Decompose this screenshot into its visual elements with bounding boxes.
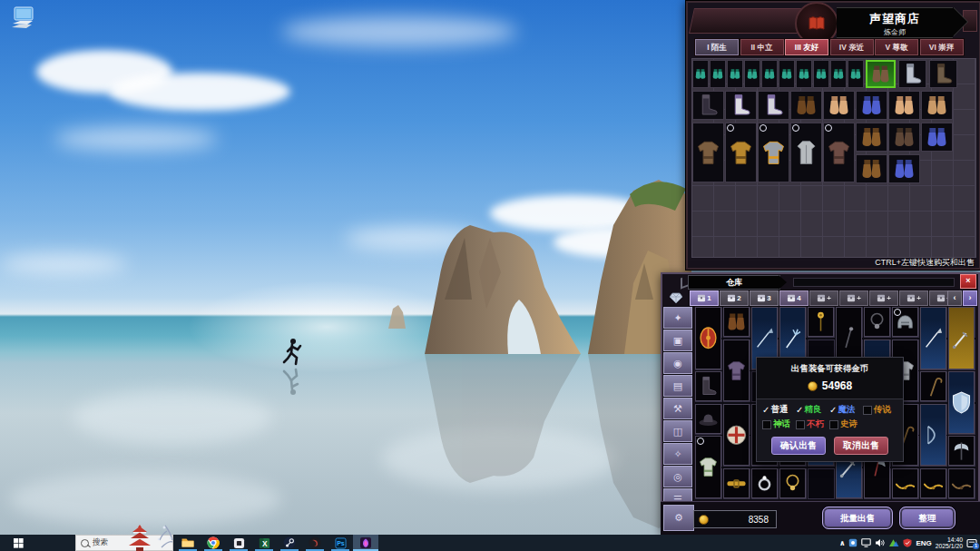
tray-volume-icon[interactable] — [875, 538, 885, 547]
shop-item-gloves[interactable] — [823, 91, 855, 120]
shop-item-boots[interactable] — [929, 60, 957, 88]
taskbar-app-gog-galaxy[interactable] — [226, 535, 251, 551]
warehouse-item-axe2[interactable] — [948, 436, 975, 466]
warehouse-tab-2[interactable]: 2 — [720, 290, 749, 306]
warehouse-item-boots[interactable] — [695, 371, 721, 401]
warehouse-item-bow[interactable] — [920, 404, 946, 467]
shop-item-armor[interactable] — [692, 123, 724, 182]
shop-item-armor[interactable] — [823, 123, 855, 182]
warehouse-tab-+[interactable]: + — [839, 290, 868, 306]
taskbar-app-photoshop[interactable]: Ps — [328, 535, 353, 551]
shop-item-gloves[interactable] — [744, 60, 760, 88]
shop-item-gloves[interactable] — [888, 123, 920, 152]
warehouse-item-gloves[interactable] — [723, 307, 750, 337]
filter-all-icon[interactable]: ✦ — [663, 307, 692, 329]
warehouse-item-necklace[interactable] — [920, 468, 946, 498]
search-input[interactable]: 搜索 — [75, 535, 173, 551]
settings-gear-icon[interactable]: ⚙ — [663, 505, 694, 531]
shop-tab-5[interactable]: V 尊敬 — [875, 39, 918, 55]
shop-tab-6[interactable]: VI 崇拜 — [920, 39, 964, 55]
tray-display-icon[interactable] — [861, 538, 871, 547]
warehouse-tab-4[interactable]: 4 — [779, 290, 808, 306]
rarity-option-checkbox[interactable]: 传说 — [863, 404, 897, 416]
batch-sell-button[interactable]: 批量出售 — [822, 507, 893, 529]
warehouse-item-shield_kite[interactable] — [948, 371, 975, 434]
shop-item-boots[interactable] — [898, 60, 926, 88]
warehouse-item-cane[interactable] — [920, 371, 946, 401]
shop-tab-3[interactable]: III 友好 — [785, 39, 828, 55]
warehouse-item-belt[interactable] — [723, 468, 750, 498]
language-indicator[interactable]: ENG — [916, 539, 931, 547]
shop-item-gloves[interactable] — [830, 60, 847, 88]
taskbar-app-steam[interactable] — [277, 535, 302, 551]
tray-gpu-triangle-icon[interactable] — [888, 538, 899, 547]
warehouse-item-necklace[interactable] — [892, 468, 918, 498]
shop-item-gloves[interactable] — [727, 60, 743, 88]
warehouse-tab-+[interactable]: + — [809, 290, 838, 306]
warehouse-item-spear[interactable] — [920, 307, 946, 369]
shop-item-gloves[interactable] — [692, 60, 709, 88]
clock[interactable]: 14:402025/1/20 — [936, 536, 963, 550]
gem-icon[interactable] — [670, 291, 682, 308]
filter-wands-icon[interactable]: ✧ — [663, 443, 692, 465]
taskbar-app-chrome[interactable] — [201, 535, 226, 551]
warehouse-item-scepter[interactable] — [808, 307, 834, 337]
warehouse-tab-+[interactable]: + — [899, 290, 928, 306]
shop-item-gloves[interactable] — [888, 154, 920, 183]
warehouse-item-amulet[interactable] — [864, 307, 890, 337]
shop-item-armor[interactable] — [725, 123, 757, 182]
shop-item-gloves[interactable] — [921, 91, 953, 120]
warehouse-tab-3[interactable]: 3 — [750, 290, 779, 306]
shop-item-gloves[interactable] — [921, 123, 953, 152]
shop-tab-2[interactable]: II 中立 — [740, 39, 784, 55]
confirm-sell-button[interactable]: 确认出售 — [771, 437, 826, 455]
shop-item-gloves[interactable] — [710, 60, 726, 88]
warehouse-tab-1[interactable]: 1 — [690, 290, 719, 306]
taskbar-app-excel[interactable]: X — [251, 535, 277, 551]
filter-forge-icon[interactable]: ⚒ — [663, 398, 692, 419]
start-button[interactable] — [0, 535, 36, 551]
warehouse-tab-+[interactable]: + — [869, 290, 898, 306]
warehouse-item-armor[interactable] — [723, 339, 750, 402]
filter-potions-icon[interactable]: ◫ — [663, 420, 692, 442]
warehouse-item-helmet[interactable] — [892, 307, 918, 337]
filter-chests-icon[interactable]: ▣ — [663, 330, 692, 351]
shop-item-gloves[interactable] — [866, 60, 896, 88]
warehouse-item-sword[interactable] — [948, 307, 975, 369]
desktop-icon-this-pc[interactable] — [9, 5, 36, 31]
taskbar-app-file-explorer[interactable] — [175, 535, 201, 551]
shop-item-gloves[interactable] — [796, 60, 812, 88]
shop-item-boots[interactable] — [692, 91, 724, 120]
tray-chevron-up-icon[interactable]: ∧ — [839, 539, 846, 547]
taskbar-app-dark-game[interactable] — [302, 535, 328, 551]
shop-item-gloves[interactable] — [779, 60, 795, 88]
rarity-option-checkbox[interactable]: 不朽 — [796, 418, 829, 430]
sort-button[interactable]: 整理 — [899, 507, 956, 529]
tabs-prev-icon[interactable]: ‹ — [947, 290, 962, 306]
close-icon[interactable]: × — [960, 274, 976, 289]
shop-item-gloves[interactable] — [888, 91, 920, 120]
tray-app-window-icon[interactable] — [848, 538, 858, 547]
shop-item-gloves[interactable] — [856, 123, 887, 152]
shop-item-gloves[interactable] — [790, 91, 822, 120]
shop-tab-4[interactable]: IV 亲近 — [830, 39, 874, 55]
shop-tab-1[interactable]: I 陌生 — [695, 39, 739, 55]
shop-item-robe[interactable] — [790, 123, 822, 182]
shop-item-boots[interactable] — [758, 91, 789, 120]
shop-item-gloves[interactable] — [848, 60, 864, 88]
rarity-option-checkbox[interactable]: ✓魔法 — [829, 404, 863, 416]
shop-item-armor[interactable] — [758, 123, 789, 182]
warehouse-item-amulet[interactable] — [779, 468, 806, 498]
rarity-option-checkbox[interactable]: 神话 — [762, 418, 796, 430]
filter-helmets-icon[interactable]: ◉ — [663, 352, 692, 374]
taskbar-app-purple-game[interactable] — [353, 535, 378, 551]
rarity-option-checkbox[interactable]: ✓普通 — [762, 404, 796, 416]
notification-center-icon[interactable]: 1 — [966, 538, 977, 548]
rarity-option-checkbox[interactable]: ✓精良 — [796, 404, 829, 416]
warehouse-item-ring[interactable] — [751, 468, 778, 498]
tray-security-red-icon[interactable] — [903, 538, 912, 547]
filter-bells-icon[interactable]: ◎ — [663, 466, 692, 487]
tabs-next-icon[interactable]: › — [963, 290, 977, 306]
warehouse-item-shield_oval[interactable] — [695, 307, 721, 369]
warehouse-item-armor[interactable] — [695, 436, 721, 498]
